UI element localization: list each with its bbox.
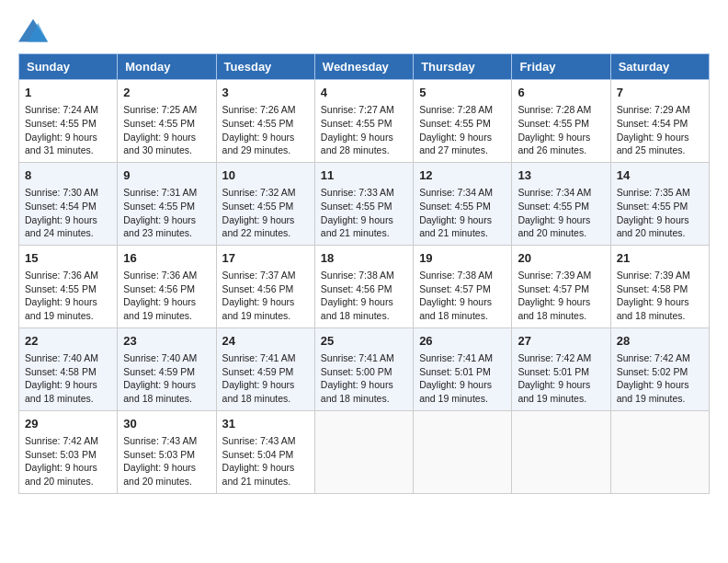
sunset-text: Sunset: 4:55 PM bbox=[222, 118, 294, 129]
day-number: 23 bbox=[123, 333, 210, 350]
sunset-text: Sunset: 5:02 PM bbox=[617, 366, 688, 377]
daylight-text: Daylight: 9 hours and 31 minutes. bbox=[25, 132, 97, 156]
calendar-week-row: 1Sunrise: 7:24 AMSunset: 4:55 PMDaylight… bbox=[19, 80, 710, 163]
daylight-text: Daylight: 9 hours and 18 minutes. bbox=[25, 379, 97, 404]
day-number: 19 bbox=[419, 250, 506, 267]
calendar-cell: 13Sunrise: 7:34 AMSunset: 4:55 PMDayligh… bbox=[512, 162, 610, 245]
sunrise-text: Sunrise: 7:42 AM bbox=[25, 435, 98, 446]
calendar-cell bbox=[414, 410, 512, 493]
daylight-text: Daylight: 9 hours and 20 minutes. bbox=[518, 214, 590, 239]
daylight-text: Daylight: 9 hours and 18 minutes. bbox=[123, 379, 196, 404]
calendar-cell: 18Sunrise: 7:38 AMSunset: 4:56 PMDayligh… bbox=[314, 245, 413, 327]
daylight-text: Daylight: 9 hours and 26 minutes. bbox=[518, 132, 590, 156]
header-day-tuesday: Tuesday bbox=[216, 54, 314, 80]
calendar-cell: 6Sunrise: 7:28 AMSunset: 4:55 PMDaylight… bbox=[512, 80, 610, 163]
sunset-text: Sunset: 5:01 PM bbox=[518, 366, 589, 377]
sunset-text: Sunset: 5:03 PM bbox=[25, 449, 97, 460]
sunset-text: Sunset: 4:56 PM bbox=[123, 283, 195, 294]
logo-icon bbox=[18, 18, 48, 44]
day-number: 30 bbox=[123, 416, 210, 432]
sunrise-text: Sunrise: 7:26 AM bbox=[222, 104, 296, 115]
sunset-text: Sunset: 5:04 PM bbox=[222, 449, 294, 460]
header-day-sunday: Sunday bbox=[19, 54, 118, 80]
daylight-text: Daylight: 9 hours and 18 minutes. bbox=[222, 379, 295, 404]
sunset-text: Sunset: 4:55 PM bbox=[518, 118, 589, 129]
sunrise-text: Sunrise: 7:25 AM bbox=[123, 104, 197, 115]
sunrise-text: Sunrise: 7:38 AM bbox=[419, 270, 493, 281]
sunrise-text: Sunrise: 7:35 AM bbox=[617, 187, 690, 198]
sunset-text: Sunset: 4:58 PM bbox=[617, 283, 688, 294]
sunrise-text: Sunrise: 7:36 AM bbox=[123, 270, 197, 281]
day-number: 22 bbox=[25, 333, 111, 350]
calendar-cell: 12Sunrise: 7:34 AMSunset: 4:55 PMDayligh… bbox=[414, 162, 512, 245]
daylight-text: Daylight: 9 hours and 18 minutes. bbox=[321, 379, 393, 404]
calendar-cell: 27Sunrise: 7:42 AMSunset: 5:01 PMDayligh… bbox=[512, 327, 610, 410]
day-number: 4 bbox=[321, 85, 407, 101]
sunrise-text: Sunrise: 7:29 AM bbox=[617, 104, 690, 115]
sunset-text: Sunset: 4:56 PM bbox=[321, 283, 392, 294]
daylight-text: Daylight: 9 hours and 18 minutes. bbox=[321, 296, 393, 321]
daylight-text: Daylight: 9 hours and 19 minutes. bbox=[419, 379, 492, 404]
sunrise-text: Sunrise: 7:33 AM bbox=[321, 187, 394, 198]
sunrise-text: Sunrise: 7:37 AM bbox=[222, 270, 296, 281]
header-day-friday: Friday bbox=[512, 54, 610, 80]
sunrise-text: Sunrise: 7:30 AM bbox=[25, 187, 98, 198]
daylight-text: Daylight: 9 hours and 23 minutes. bbox=[123, 214, 196, 239]
calendar-week-row: 15Sunrise: 7:36 AMSunset: 4:55 PMDayligh… bbox=[19, 245, 710, 327]
sunset-text: Sunset: 4:55 PM bbox=[123, 201, 195, 212]
day-number: 24 bbox=[222, 333, 309, 350]
sunset-text: Sunset: 4:55 PM bbox=[25, 118, 97, 129]
sunrise-text: Sunrise: 7:42 AM bbox=[518, 352, 591, 363]
daylight-text: Daylight: 9 hours and 20 minutes. bbox=[617, 214, 689, 239]
day-number: 27 bbox=[518, 333, 604, 350]
daylight-text: Daylight: 9 hours and 21 minutes. bbox=[321, 214, 393, 239]
day-number: 1 bbox=[25, 85, 111, 101]
daylight-text: Daylight: 9 hours and 22 minutes. bbox=[222, 214, 295, 239]
sunset-text: Sunset: 4:55 PM bbox=[617, 201, 688, 212]
sunrise-text: Sunrise: 7:27 AM bbox=[321, 104, 394, 115]
sunrise-text: Sunrise: 7:32 AM bbox=[222, 187, 296, 198]
daylight-text: Daylight: 9 hours and 19 minutes. bbox=[25, 296, 97, 321]
sunrise-text: Sunrise: 7:24 AM bbox=[25, 104, 98, 115]
day-number: 2 bbox=[123, 85, 210, 101]
daylight-text: Daylight: 9 hours and 18 minutes. bbox=[419, 296, 492, 321]
day-number: 17 bbox=[222, 250, 309, 267]
sunset-text: Sunset: 4:55 PM bbox=[518, 201, 589, 212]
day-number: 20 bbox=[518, 250, 604, 267]
daylight-text: Daylight: 9 hours and 19 minutes. bbox=[518, 379, 590, 404]
daylight-text: Daylight: 9 hours and 25 minutes. bbox=[617, 132, 689, 156]
day-number: 3 bbox=[222, 85, 309, 101]
day-number: 14 bbox=[617, 167, 703, 184]
header-day-saturday: Saturday bbox=[610, 54, 709, 80]
calendar-cell: 24Sunrise: 7:41 AMSunset: 4:59 PMDayligh… bbox=[216, 327, 314, 410]
daylight-text: Daylight: 9 hours and 28 minutes. bbox=[321, 132, 393, 156]
calendar-cell: 25Sunrise: 7:41 AMSunset: 5:00 PMDayligh… bbox=[314, 327, 413, 410]
calendar-cell bbox=[610, 410, 709, 493]
sunset-text: Sunset: 4:54 PM bbox=[25, 201, 97, 212]
sunset-text: Sunset: 4:59 PM bbox=[123, 366, 195, 377]
sunrise-text: Sunrise: 7:28 AM bbox=[419, 104, 493, 115]
day-number: 5 bbox=[419, 85, 506, 101]
calendar-cell: 11Sunrise: 7:33 AMSunset: 4:55 PMDayligh… bbox=[314, 162, 413, 245]
daylight-text: Daylight: 9 hours and 29 minutes. bbox=[222, 132, 295, 156]
calendar-cell: 1Sunrise: 7:24 AMSunset: 4:55 PMDaylight… bbox=[19, 80, 118, 163]
calendar-cell bbox=[314, 410, 413, 493]
daylight-text: Daylight: 9 hours and 18 minutes. bbox=[617, 296, 689, 321]
day-number: 26 bbox=[419, 333, 506, 350]
calendar-header-row: SundayMondayTuesdayWednesdayThursdayFrid… bbox=[19, 54, 710, 80]
calendar-cell: 17Sunrise: 7:37 AMSunset: 4:56 PMDayligh… bbox=[216, 245, 314, 327]
daylight-text: Daylight: 9 hours and 21 minutes. bbox=[222, 462, 295, 487]
sunset-text: Sunset: 5:01 PM bbox=[419, 366, 491, 377]
sunset-text: Sunset: 4:55 PM bbox=[419, 118, 491, 129]
calendar-cell: 31Sunrise: 7:43 AMSunset: 5:04 PMDayligh… bbox=[216, 410, 314, 493]
sunrise-text: Sunrise: 7:42 AM bbox=[617, 352, 690, 363]
calendar-cell: 10Sunrise: 7:32 AMSunset: 4:55 PMDayligh… bbox=[216, 162, 314, 245]
header-day-monday: Monday bbox=[118, 54, 216, 80]
calendar-cell bbox=[512, 410, 610, 493]
sunrise-text: Sunrise: 7:31 AM bbox=[123, 187, 197, 198]
calendar-week-row: 22Sunrise: 7:40 AMSunset: 4:58 PMDayligh… bbox=[19, 327, 710, 410]
calendar-cell: 14Sunrise: 7:35 AMSunset: 4:55 PMDayligh… bbox=[610, 162, 709, 245]
sunset-text: Sunset: 4:54 PM bbox=[617, 118, 688, 129]
sunset-text: Sunset: 4:55 PM bbox=[222, 201, 294, 212]
daylight-text: Daylight: 9 hours and 30 minutes. bbox=[123, 132, 196, 156]
